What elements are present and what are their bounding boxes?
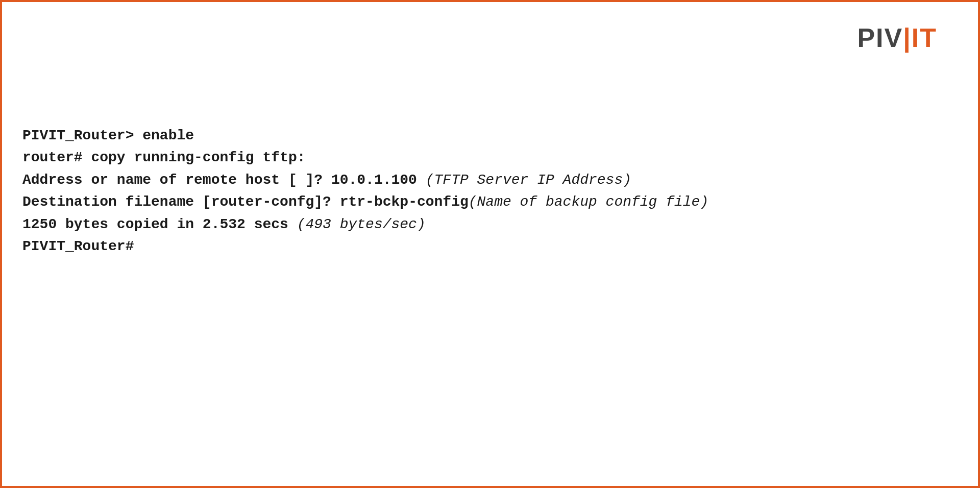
logo-it-text: IT bbox=[912, 22, 937, 53]
line3-italic-text: (TFTP Server IP Address) bbox=[426, 172, 631, 188]
line4-bold-pre-text: Destination filename [router-confg]? bbox=[22, 194, 340, 210]
line4-italic-text: (Name of backup config file) bbox=[469, 194, 708, 210]
terminal-line-2: router# copy running-config tftp: bbox=[22, 147, 958, 168]
terminal-line-3: Address or name of remote host [ ]? 10.0… bbox=[22, 169, 958, 191]
terminal-line-4: Destination filename [router-confg]? rtr… bbox=[22, 191, 958, 213]
line5-bold-text: 1250 bytes copied in 2.532 secs bbox=[22, 216, 297, 232]
line4-bold-cmd-text: rtr-bckp-config bbox=[340, 194, 469, 210]
line6-bold-text: PIVIT_Router# bbox=[22, 238, 134, 254]
logo-piv-text: PIV bbox=[857, 22, 903, 53]
line5-italic-text: (493 bytes/sec) bbox=[297, 216, 426, 232]
terminal-line-5: 1250 bytes copied in 2.532 secs (493 byt… bbox=[22, 213, 958, 235]
terminal-line-6: PIVIT_Router# bbox=[22, 235, 958, 257]
line3-bold-text: Address or name of remote host [ ]? 10.0… bbox=[22, 172, 426, 188]
logo-bar-text: | bbox=[903, 22, 912, 53]
line2-text: router# copy running-config tftp: bbox=[22, 150, 306, 165]
terminal-block: PIVIT_Router> enable router# copy runnin… bbox=[22, 125, 958, 257]
pivit-logo: PIV | IT bbox=[857, 22, 937, 53]
terminal-line-1: PIVIT_Router> enable bbox=[22, 125, 958, 147]
main-container: PIV | IT PIVIT_Router> enable router# co… bbox=[0, 0, 980, 488]
line1-text: PIVIT_Router> enable bbox=[22, 128, 194, 143]
